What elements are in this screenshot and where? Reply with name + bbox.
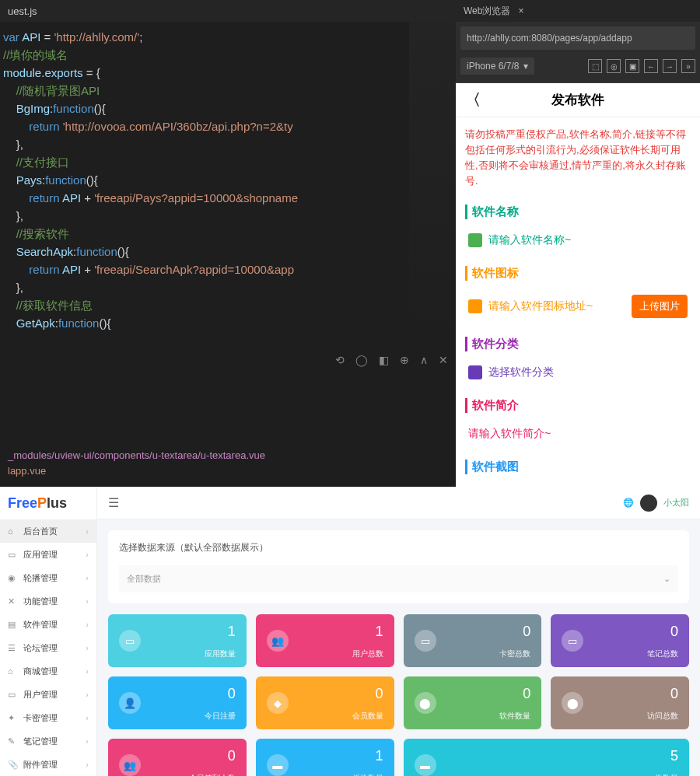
menu-icon: ⌂ [8,526,17,536]
sidebar-item[interactable]: ◉轮播管理› [0,566,96,589]
sidebar-item[interactable]: 📎附件管理› [0,753,96,776]
section-desc-label: 软件简介 [465,398,691,413]
close-icon[interactable]: × [518,5,523,16]
card-icon: ▭ [415,630,436,652]
sidebar-item[interactable]: ⌂商城管理› [0,659,96,683]
chevron-right-icon: › [86,620,89,629]
dashboard: FreePlus ⌂后台首页›▭应用管理›◉轮播管理›✕功能管理›▤软件管理›☰… [0,487,700,776]
section-name-label: 软件名称 [465,204,691,219]
card-label: 今日注册 [205,711,236,722]
sidebar-item[interactable]: ▭应用管理› [0,543,96,566]
stat-card[interactable]: 👥0今日签到人数 [108,739,247,776]
globe-icon[interactable]: 🌐 [623,498,634,508]
device-selector[interactable]: iPhone 6/7/8▾ [460,58,534,75]
sidebar-item[interactable]: ☰论坛管理› [0,636,96,659]
card-label: 访问总数 [647,711,678,722]
card-label: 软件数量 [499,711,530,722]
card-value: 0 [670,624,678,640]
card-value: 0 [523,686,530,702]
card-label: 今日签到人数 [189,773,236,776]
chevron-right-icon: › [86,666,89,676]
menu-icon: ✦ [8,713,17,722]
menu-icon: ⌂ [8,666,17,676]
stat-card[interactable]: ⬤0软件数量 [404,676,542,729]
editor-tool-icon[interactable]: ◧ [379,354,389,366]
code-area[interactable]: var API = 'http://ahlly.com/';//填你的域名mod… [0,22,456,338]
menu-toggle-icon[interactable]: ☰ [108,495,119,510]
card-value: 0 [228,686,236,702]
menu-icon: ☰ [8,643,17,652]
chevron-right-icon: › [86,526,89,536]
devtool-icon[interactable]: ▣ [625,59,639,73]
stat-card[interactable]: ▬1板块数量 [256,739,394,776]
devtool-icon[interactable]: ◎ [607,59,621,73]
name-input[interactable]: 请输入软件名称~ [488,233,571,247]
minimap[interactable] [409,22,456,341]
console-output: _modules/uview-ui/components/u-textarea/… [0,440,273,487]
editor-tool-icon[interactable]: ∧ [420,354,428,366]
warning-text: 请勿投稿严重侵权产品,软件名称,简介,链接等不得包括任何形式的引流行为,必须保证… [456,117,700,198]
category-select[interactable]: 选择软件分类 [488,365,554,379]
card-label: 应用数量 [205,648,236,659]
card-label: 件数量 [655,773,678,776]
stat-card[interactable]: ▭0笔记总数 [551,614,689,667]
chevron-right-icon: › [86,573,89,582]
editor-toolbar: ⟲◯◧⊕∧✕ [335,354,448,366]
stat-card[interactable]: 👤0今日注册 [108,676,247,729]
android-icon [468,233,482,247]
sidebar-item[interactable]: ▤软件管理› [0,613,96,636]
stat-card[interactable]: 👥1用户总数 [256,614,394,667]
stat-card[interactable]: ⬤0访问总数 [551,676,689,729]
card-value: 0 [523,624,530,640]
mobile-preview: 〈 发布软件 请勿投稿严重侵权产品,软件名称,简介,链接等不得包括任何形式的引流… [456,82,700,487]
desc-input[interactable]: 请输入软件简介~ [468,427,551,441]
stat-card[interactable]: ▭0卡密总数 [404,614,542,667]
avatar[interactable] [640,495,657,512]
editor-tab[interactable]: uest.js [0,0,456,22]
editor-tool-icon[interactable]: ⊕ [400,354,409,366]
sidebar-item[interactable]: ✎笔记管理› [0,729,96,753]
logo[interactable]: FreePlus [0,487,96,519]
devtool-icon[interactable]: ⬚ [588,59,602,73]
editor-tool-icon[interactable]: ⟲ [335,354,345,366]
card-icon: ▬ [415,754,436,776]
devtool-icon[interactable]: ← [644,59,658,73]
editor-tool-icon[interactable]: ✕ [439,354,448,366]
card-value: 5 [670,748,678,764]
menu-icon: ✎ [8,736,17,746]
card-icon: 👤 [119,692,141,714]
browser-tab-title[interactable]: Web浏览器 [464,5,510,18]
devtool-icon[interactable]: → [663,59,677,73]
username[interactable]: 小太阳 [663,497,689,509]
stat-card[interactable]: ▬5件数量 [404,739,690,776]
card-icon: 👥 [267,630,289,652]
icon-url-input[interactable]: 请输入软件图标地址~ [488,299,625,313]
sidebar-item[interactable]: ✕功能管理› [0,589,96,613]
chevron-right-icon: › [86,550,89,559]
sidebar-item[interactable]: ✦卡密管理› [0,706,96,729]
upload-button[interactable]: 上传图片 [632,295,688,318]
card-icon: ⬤ [415,692,436,714]
stat-card[interactable]: ▭1应用数量 [108,614,247,667]
chevron-right-icon: › [86,643,89,652]
select-source-label: 选择数据来源（默认全部数据展示） [119,541,678,554]
chevron-down-icon: ⌄ [663,574,670,584]
editor-tool-icon[interactable]: ◯ [355,354,368,366]
sidebar-item[interactable]: ⌂后台首页› [0,519,96,543]
card-icon: ▭ [562,630,583,652]
sidebar-item[interactable]: ▭用户管理› [0,683,96,706]
web-browser-panel: Web浏览器 × http://ahlly.com:8080/pages/app… [456,0,700,487]
back-icon[interactable]: 〈 [465,89,481,110]
card-value: 1 [375,624,383,640]
card-label: 板块数量 [352,773,383,776]
source-dropdown[interactable]: 全部数据⌄ [119,565,678,592]
card-icon: ⬤ [562,692,583,714]
menu-icon: ✕ [8,596,17,606]
code-editor[interactable]: uest.js var API = 'http://ahlly.com/';//… [0,0,456,487]
grid-icon [468,365,482,379]
menu-icon: ▤ [8,620,17,629]
devtool-icon[interactable]: » [681,59,695,73]
menu-icon: ▭ [8,550,17,559]
url-bar[interactable]: http://ahlly.com:8080/pages/app/addapp [460,26,695,50]
stat-card[interactable]: ◆0会员数量 [256,676,394,729]
